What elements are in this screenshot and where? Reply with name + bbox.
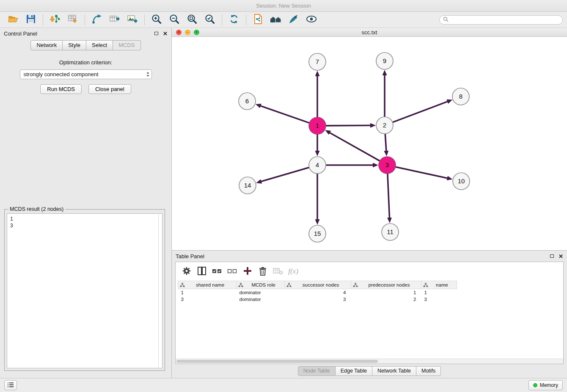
- column-header-MCDS-role[interactable]: MCDS role: [237, 281, 285, 289]
- column-header-successor-nodes[interactable]: successor nodes: [285, 281, 351, 289]
- close-panel-icon[interactable]: ✕: [163, 31, 168, 36]
- tab-motifs[interactable]: Motifs: [416, 366, 441, 376]
- mcds-result-list[interactable]: 1 3: [7, 213, 162, 368]
- control-panel: Control Panel ✕ NetworkStyleSelectMCDS O…: [0, 28, 172, 378]
- tab-network-table[interactable]: Network Table: [372, 366, 416, 376]
- zoom-selected-button[interactable]: [201, 13, 219, 27]
- refresh-view-button[interactable]: [225, 13, 243, 27]
- close-table-panel-icon[interactable]: ✕: [559, 254, 563, 259]
- node-label-8: 8: [459, 93, 462, 100]
- cell[interactable]: dominator: [237, 289, 285, 296]
- column-header-predecessor-nodes[interactable]: predecessor nodes: [351, 281, 421, 289]
- create-column-button[interactable]: [241, 265, 254, 278]
- search-input[interactable]: [451, 17, 559, 23]
- column-header-shared-name[interactable]: shared name: [178, 281, 237, 289]
- edge-3-11[interactable]: [388, 174, 390, 218]
- column-edit-icon[interactable]: [180, 283, 185, 288]
- table-hscrollbar[interactable]: [176, 359, 563, 364]
- zoom-window-icon[interactable]: +: [194, 30, 199, 35]
- window-title: Session: New Session: [256, 3, 311, 9]
- cell[interactable]: 1: [178, 289, 237, 296]
- clear-entries-icon: [272, 266, 284, 277]
- table-panel: Table Panel ✕ f(x) shared nameMCDS roles…: [172, 251, 567, 378]
- zoom-in-icon: [151, 14, 162, 26]
- delete-columns-button[interactable]: [256, 265, 270, 278]
- home-button[interactable]: [267, 13, 285, 27]
- application-window: Session: New Session Control Panel ✕ Net…: [0, 0, 567, 392]
- edge-1-2[interactable]: [326, 125, 371, 126]
- toolbar-separator: [246, 14, 246, 25]
- column-edit-icon[interactable]: [353, 283, 358, 288]
- cell[interactable]: 2: [351, 296, 421, 303]
- network-window-titlebar[interactable]: × − + scc.txt: [172, 28, 567, 37]
- hscroll-thumb[interactable]: [176, 360, 378, 363]
- list-icon: [7, 382, 14, 389]
- node-label-6: 6: [245, 97, 249, 105]
- cell[interactable]: 3: [421, 296, 457, 303]
- cell[interactable]: 3: [285, 296, 351, 303]
- create-column-icon: [242, 266, 253, 277]
- tab-edge-table[interactable]: Edge Table: [336, 366, 372, 376]
- table-row-1[interactable]: 1dominator411: [178, 289, 457, 296]
- table-panel-body: f(x) shared nameMCDS rolesuccessor nodes…: [175, 262, 564, 364]
- result-scrollbar[interactable]: [158, 213, 159, 368]
- open-file-icon: [8, 14, 19, 25]
- float-panel-icon[interactable]: [154, 32, 158, 35]
- minimize-window-icon[interactable]: −: [185, 30, 190, 35]
- cell[interactable]: 3: [178, 296, 237, 303]
- column-header-name[interactable]: name: [421, 281, 457, 289]
- table-row-2[interactable]: 3dominator323: [178, 296, 457, 303]
- tab-style[interactable]: Style: [63, 40, 86, 50]
- cell[interactable]: 4: [285, 289, 351, 296]
- mcds-panel-body: Optimization criterion: strongly connect…: [0, 50, 171, 378]
- edge-2-8[interactable]: [393, 102, 448, 122]
- optimization-criterion-select[interactable]: strongly connected component: [20, 69, 152, 79]
- edge-2-3[interactable]: [385, 134, 386, 151]
- memory-button[interactable]: Memory: [528, 380, 563, 390]
- apply-style-button[interactable]: [285, 13, 303, 27]
- show-columns-icon: [197, 266, 207, 277]
- column-edit-icon[interactable]: [423, 283, 428, 288]
- column-edit-icon[interactable]: [286, 283, 292, 288]
- close-window-icon[interactable]: ×: [176, 30, 182, 35]
- network-canvas[interactable]: 7968124314101511: [172, 37, 567, 250]
- edge-3-10[interactable]: [396, 167, 448, 178]
- save-session-icon: [26, 14, 36, 25]
- column-edit-icon[interactable]: [238, 283, 243, 288]
- tab-network[interactable]: Network: [30, 40, 63, 50]
- cell[interactable]: 1: [421, 289, 457, 296]
- zoom-in-button[interactable]: [148, 13, 165, 27]
- select-all-columns-button[interactable]: [210, 265, 224, 278]
- cell[interactable]: dominator: [237, 296, 285, 303]
- open-file-button[interactable]: [4, 13, 22, 27]
- export-table-button[interactable]: [106, 13, 124, 27]
- show-columns-button[interactable]: [195, 265, 209, 278]
- window-traffic-lights: × − +: [176, 30, 199, 35]
- edge-1-6[interactable]: [260, 106, 309, 123]
- show-graphics-details-button[interactable]: [303, 13, 320, 27]
- cell[interactable]: 1: [351, 289, 421, 296]
- search-field[interactable]: [439, 15, 563, 25]
- save-session-button[interactable]: [22, 13, 40, 27]
- status-menu-button[interactable]: [4, 380, 17, 390]
- network-from-document-button[interactable]: [249, 13, 267, 27]
- zoom-out-button[interactable]: [165, 13, 183, 27]
- import-table-button[interactable]: [64, 13, 82, 27]
- tab-node-table[interactable]: Node Table: [298, 366, 336, 376]
- run-mcds-button[interactable]: Run MCDS: [40, 84, 82, 94]
- unselect-all-columns-button[interactable]: [226, 265, 239, 278]
- export-network-button[interactable]: [88, 13, 106, 27]
- export-image-button[interactable]: [124, 13, 141, 27]
- float-table-panel-icon[interactable]: [550, 254, 554, 258]
- edge-4-14[interactable]: [261, 168, 309, 182]
- close-panel-button[interactable]: Close panel: [88, 84, 131, 94]
- tab-select[interactable]: Select: [86, 40, 113, 50]
- table-settings-button[interactable]: [180, 265, 193, 278]
- node-label-9: 9: [383, 57, 386, 64]
- optimization-criterion-label: Optimization criterion:: [0, 59, 171, 66]
- edge-3-1[interactable]: [330, 133, 380, 161]
- zoom-fit-button[interactable]: [183, 13, 201, 27]
- import-network-button[interactable]: [46, 13, 64, 27]
- import-network-icon: [50, 14, 61, 25]
- tab-mcds[interactable]: MCDS: [113, 40, 140, 50]
